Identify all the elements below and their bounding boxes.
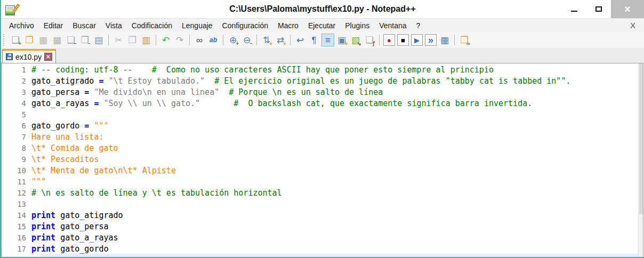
menu-item-archivo[interactable]: Archivo [4, 20, 39, 31]
copy-icon[interactable]: ❐ [126, 34, 139, 46]
word-wrap-icon[interactable]: ↩ [294, 34, 307, 46]
menu-item-codificacin[interactable]: Codificación [127, 20, 177, 31]
folder-as-workspace-icon-badge: ∞ [466, 41, 470, 46]
code-line-12: 12# \n es salto de línea y \t es tabulac… [40, 188, 643, 199]
code-line-11: 11""" [40, 176, 643, 188]
code-line-16: 16print gato_a_rayas [40, 232, 643, 244]
code-line-2: 2gato_atigrado = "\t Estoy tabulado." # … [40, 76, 643, 87]
show-all-characters-icon[interactable]: ¶ [308, 34, 320, 46]
code-line-4: 4gato_a_rayas = "Soy \\ un \\ gato." # O… [40, 98, 643, 109]
menu-item-vista[interactable]: Vista [101, 20, 127, 31]
open-file-icon[interactable]: ❐ [23, 34, 36, 46]
window-controls: ✕ [562, 0, 644, 18]
line-number: 10 [2, 165, 31, 176]
line-number: 12 [2, 188, 31, 199]
save-icon[interactable]: ▦ [37, 34, 50, 46]
tab-bar: ex10.py✕ [1, 48, 644, 63]
zoom-in-icon[interactable]: ⊕+ [227, 34, 239, 46]
find-icon[interactable]: ∞ [193, 34, 206, 46]
menu-bar: ArchivoEditarBuscarVistaCodificaciónLeng… [1, 18, 644, 32]
macro-save-icon[interactable]: ▦ [438, 34, 451, 46]
code-text: """ [31, 176, 46, 188]
code-line-14: 14print gato_atigrado [40, 210, 643, 221]
minimize-button[interactable] [562, 0, 586, 18]
close-all-icon[interactable]: ❐− [78, 34, 91, 46]
paste-icon[interactable]: ▥ [140, 34, 152, 46]
close-button[interactable]: ✕ [611, 0, 644, 18]
line-number: 14 [2, 210, 31, 221]
macro-record-icon[interactable]: ● [383, 34, 395, 46]
menu-item-editar[interactable]: Editar [39, 20, 68, 31]
print-icon[interactable]: ▤ [92, 34, 105, 46]
tab-close-icon[interactable]: ✕ [44, 53, 52, 61]
new-file-icon-badge: + [18, 41, 21, 46]
tab-ex10.py[interactable]: ex10.py✕ [2, 49, 56, 63]
function-list-icon[interactable]: ❏ƒ [363, 34, 376, 46]
menu-item-configuracin[interactable]: Configuración [218, 20, 273, 31]
code-area[interactable]: 1# -- coding: utf-8 -- # Como no uso car… [2, 63, 643, 257]
function-list-icon-badge: ƒ [372, 41, 375, 46]
code-text: gato_gordo = """ [31, 120, 109, 132]
code-line-10: 10\t* Menta de gato\n\t* Alpiste [40, 165, 643, 176]
close-file-icon[interactable]: ❏− [65, 34, 77, 46]
sync-horizontal-scroll-icon[interactable]: ⇄● [274, 34, 287, 46]
replace-icon[interactable]: ab [207, 34, 220, 46]
code-text: print gato_persa [31, 221, 109, 232]
code-text: # \n es salto de línea y \t es tabulació… [31, 188, 282, 199]
menu-item-macro[interactable]: Macro [273, 20, 303, 31]
menu-close-document-button[interactable]: X [625, 21, 641, 30]
scrollbar-thumb[interactable] [639, 63, 643, 214]
menu-item-lenguaje[interactable]: Lenguaje [177, 20, 218, 31]
menu-item-ventana[interactable]: Ventana [374, 20, 411, 31]
line-number: 16 [2, 232, 31, 244]
code-line-13: 13 [40, 199, 643, 210]
indent-guide-icon[interactable]: ≡ [321, 34, 334, 46]
user-defined-dialog-icon[interactable]: ▣ϟ [335, 34, 348, 46]
code-text: \t* Pescaditos [31, 154, 99, 165]
line-number: 11 [2, 176, 31, 188]
document-map-icon-badge: ↘ [357, 41, 361, 46]
macro-play-icon[interactable]: ▶ [411, 34, 423, 46]
macro-stop-icon[interactable]: ■ [397, 34, 409, 46]
menu-item-plugins[interactable]: Plugins [340, 20, 374, 31]
editor-pane[interactable]: 1# -- coding: utf-8 -- # Como no uso car… [1, 63, 643, 257]
code-line-3: 3gato_persa = "Me divido\n en una linea"… [40, 87, 643, 98]
macro-run-multiple-icon[interactable]: » [425, 34, 437, 46]
line-number: 8 [2, 143, 31, 154]
code-line-17: 17print gato_gordo [40, 244, 643, 255]
toolbar-grip[interactable] [3, 34, 6, 46]
line-number: 7 [2, 132, 31, 143]
line-number: 2 [2, 76, 31, 87]
line-number: 5 [2, 109, 31, 120]
save-all-icon[interactable]: ▩ [51, 34, 63, 46]
menu-item-buscar[interactable]: Buscar [68, 20, 101, 31]
tab-label: ex10.py [15, 53, 42, 61]
code-text: \t* Comida de gato [31, 143, 118, 154]
folder-as-workspace-icon[interactable]: ❐∞ [458, 34, 471, 46]
cut-icon[interactable]: ✂ [112, 34, 125, 46]
maximize-button[interactable] [586, 0, 611, 18]
window-title: C:\Users\Paloma\mystuff\ex10.py - Notepa… [1, 4, 644, 14]
code-text: # -- coding: utf-8 -- # Como no uso cara… [31, 64, 494, 76]
toolbar: ❏+❐▦▩❏−❐−▤✂❐▥↶↷∞ab⊕+⊖−⇅●⇄●↩¶≡▣ϟ▧↘❏ƒ●■▶»▦… [1, 32, 644, 48]
code-text: \t* Menta de gato\n\t* Alpiste [31, 165, 176, 176]
undo-icon[interactable]: ↶ [159, 34, 172, 46]
redo-icon[interactable]: ↷ [173, 34, 186, 46]
toolbar-separator [156, 35, 156, 45]
code-line-9: 9\t* Pescaditos [40, 154, 643, 165]
menu-item-ejecutar[interactable]: Ejecutar [303, 20, 340, 31]
new-file-icon[interactable]: ❏+ [9, 34, 22, 46]
document-map-icon[interactable]: ▧↘ [349, 34, 362, 46]
code-text: gato_persa = "Me divido\n en una linea" … [31, 87, 383, 98]
line-number: 15 [2, 221, 31, 232]
toolbar-separator [290, 35, 291, 45]
code-lines: 1# -- coding: utf-8 -- # Como no uso car… [2, 63, 643, 255]
menu-item-?[interactable]: ? [412, 20, 425, 31]
code-text: gato_atigrado = "\t Estoy tabulado." # E… [31, 76, 570, 87]
vertical-scrollbar[interactable] [638, 63, 643, 257]
zoom-out-icon[interactable]: ⊖− [240, 34, 253, 46]
sync-vertical-scroll-icon[interactable]: ⇅● [260, 34, 273, 46]
close-all-icon-badge: − [87, 41, 91, 46]
line-number: 17 [2, 244, 31, 255]
line-number: 1 [2, 64, 31, 76]
